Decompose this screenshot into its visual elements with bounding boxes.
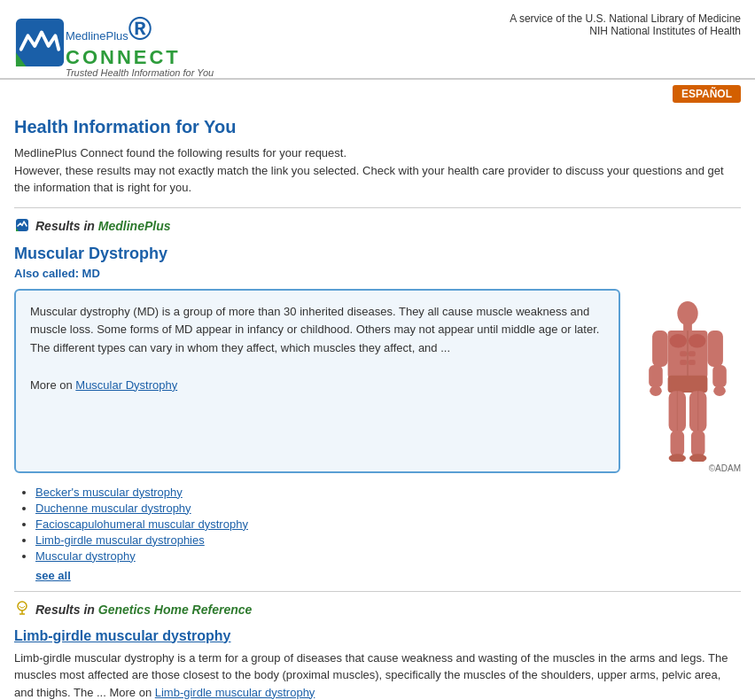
more-on-link[interactable]: Muscular Dystrophy xyxy=(75,378,177,392)
genetics-results-label: Results in Genetics Home Reference xyxy=(35,603,252,617)
medlineplus-results-icon xyxy=(14,217,30,236)
divider-2 xyxy=(14,591,741,592)
nih-service-line2: NIH National Institutes of Health xyxy=(510,25,741,37)
svg-rect-16 xyxy=(707,331,723,367)
medlineplus-logo-icon xyxy=(14,17,66,68)
svg-rect-17 xyxy=(712,364,727,386)
medlineplus-wordmark: MedlinePlus® xyxy=(66,11,214,48)
summary-box: Muscular dystrophy (MD) is a group of mo… xyxy=(14,289,620,473)
svg-rect-9 xyxy=(680,351,687,356)
adam-credit: ©ADAM xyxy=(709,463,741,473)
muscular-dystrophy-link-2[interactable]: Muscular dystrophy xyxy=(35,549,136,563)
genetics-results-prefix: Results in xyxy=(35,603,98,617)
main-content: Health Information for You MedlinePlus C… xyxy=(0,108,755,700)
espanol-button[interactable]: ESPAÑOL xyxy=(673,85,741,103)
nih-service-line1: A service of the U.S. National Library o… xyxy=(510,12,741,25)
svg-point-8 xyxy=(689,333,705,347)
intro-line1: MedlinePlus Connect found the following … xyxy=(14,144,741,162)
summary-text: Muscular dystrophy (MD) is a group of mo… xyxy=(30,305,599,355)
list-item: Muscular dystrophy xyxy=(35,549,741,563)
muscular-dystrophy-link[interactable]: Muscular Dystrophy xyxy=(14,245,741,263)
summary-area: Muscular dystrophy (MD) is a group of mo… xyxy=(14,289,741,473)
more-on-prefix: More on xyxy=(30,378,75,392)
svg-rect-11 xyxy=(680,360,687,365)
header: MedlinePlus® CONNECT Trusted Health Info… xyxy=(0,0,755,80)
svg-rect-21 xyxy=(671,430,685,455)
facioscapulohumeral-link[interactable]: Facioscapulohumeral muscular dystrophy xyxy=(35,517,248,531)
see-all-link[interactable]: see all xyxy=(35,569,71,582)
svg-rect-12 xyxy=(689,360,696,365)
medlineplus-icon-svg xyxy=(14,217,30,233)
espanol-bar: ESPAÑOL xyxy=(0,80,755,108)
list-item: Duchenne muscular dystrophy xyxy=(35,502,741,515)
genetics-desc-text: Limb-girdle muscular dystrophy is a term… xyxy=(14,651,728,699)
list-item: Limb-girdle muscular dystrophies xyxy=(35,533,741,547)
svg-point-15 xyxy=(650,385,662,396)
svg-point-24 xyxy=(669,454,686,462)
registered-mark: ® xyxy=(128,11,152,47)
svg-point-25 xyxy=(689,454,706,462)
also-called-label: Also called: MD xyxy=(14,267,741,280)
intro-text: MedlinePlus Connect found the following … xyxy=(14,144,741,197)
page-title: Health Information for You xyxy=(14,117,741,137)
intro-line3: the information that is right for you. xyxy=(14,179,741,197)
svg-point-29 xyxy=(18,602,27,611)
list-item: Facioscapulohumeral muscular dystrophy xyxy=(35,517,741,531)
genetics-more-link[interactable]: Limb-girdle muscular dystrophy xyxy=(155,686,315,699)
header-service-info: A service of the U.S. National Library o… xyxy=(510,7,741,37)
svg-point-4 xyxy=(677,300,697,324)
results-in-prefix: Results in xyxy=(35,219,98,233)
results-source-name: MedlinePlus xyxy=(98,219,171,233)
divider-1 xyxy=(14,207,741,208)
genetics-icon-svg xyxy=(14,601,30,617)
related-links-list: Becker's muscular dystrophy Duchenne mus… xyxy=(14,486,741,563)
beckers-link[interactable]: Becker's muscular dystrophy xyxy=(35,486,183,499)
svg-rect-14 xyxy=(649,364,663,386)
limb-girdle-link[interactable]: Limb-girdle muscular dystrophies xyxy=(35,533,205,547)
duchenne-link[interactable]: Duchenne muscular dystrophy xyxy=(35,502,191,515)
limb-girdle-genetics-link[interactable]: Limb-girdle muscular dystrophy xyxy=(14,628,741,644)
list-item: Becker's muscular dystrophy xyxy=(35,486,741,499)
svg-point-7 xyxy=(670,333,687,347)
svg-point-18 xyxy=(713,385,726,396)
tagline-text: Trusted Health Information for You xyxy=(66,67,214,78)
genetics-source-name: Genetics Home Reference xyxy=(98,603,253,617)
anatomy-image-area: ©ADAM xyxy=(634,289,741,473)
anatomy-figure-svg xyxy=(639,298,736,462)
logo-text-area: MedlinePlus® CONNECT Trusted Health Info… xyxy=(66,7,214,78)
logo-area: MedlinePlus® CONNECT Trusted Health Info… xyxy=(14,7,214,78)
connect-text: CONNECT xyxy=(66,48,214,67)
results-label-text: Results in MedlinePlus xyxy=(35,219,170,233)
medlineplus-results-header: Results in MedlinePlus xyxy=(14,217,741,236)
medline-text: MedlinePlus xyxy=(66,29,128,43)
svg-rect-23 xyxy=(691,430,705,455)
svg-rect-13 xyxy=(652,331,668,367)
svg-rect-10 xyxy=(689,351,696,356)
svg-rect-5 xyxy=(683,323,692,331)
genetics-icon xyxy=(14,601,30,619)
genetics-results-header: Results in Genetics Home Reference xyxy=(14,601,741,619)
related-links: Becker's muscular dystrophy Duchenne mus… xyxy=(14,486,741,582)
svg-rect-19 xyxy=(668,375,708,392)
genetics-description: Limb-girdle muscular dystrophy is a term… xyxy=(14,649,741,701)
intro-line2: However, these results may not exactly m… xyxy=(14,162,741,180)
genetics-section: Results in Genetics Home Reference Limb-… xyxy=(14,601,741,701)
